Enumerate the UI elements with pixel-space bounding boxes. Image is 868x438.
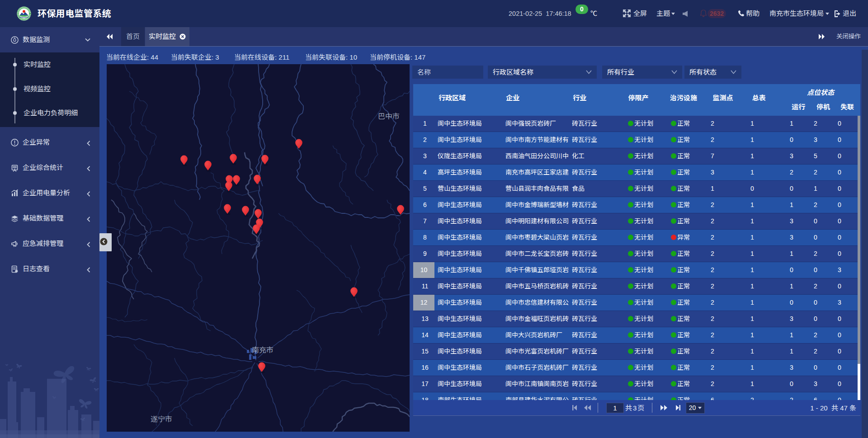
svg-text:南充市: 南充市 <box>252 344 274 355</box>
svg-text:巴中市: 巴中市 <box>378 110 400 121</box>
svg-text:遂宁市: 遂宁市 <box>151 413 172 424</box>
